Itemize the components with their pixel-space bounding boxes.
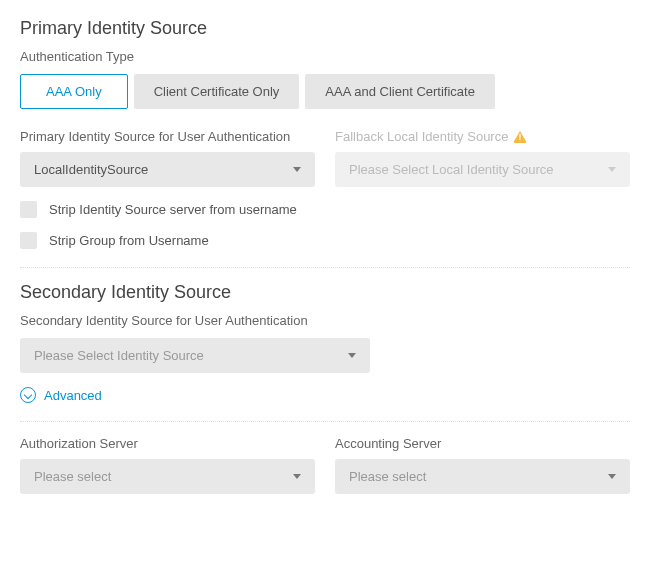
authorization-server-label: Authorization Server [20, 436, 315, 451]
chevron-down-icon [293, 167, 301, 172]
accounting-server-placeholder: Please select [349, 469, 426, 484]
strip-group-label: Strip Group from Username [49, 233, 209, 248]
advanced-label: Advanced [44, 388, 102, 403]
auth-cert-only[interactable]: Client Certificate Only [134, 74, 300, 109]
warning-icon [513, 131, 527, 143]
secondary-source-placeholder: Please Select Identity Source [34, 348, 204, 363]
primary-source-select[interactable]: LocalIdentitySource [20, 152, 315, 187]
chevron-down-icon [293, 474, 301, 479]
chevron-circle-down-icon [20, 387, 36, 403]
divider [20, 267, 630, 268]
fallback-source-label: Fallback Local Identity Source [335, 129, 630, 144]
divider [20, 421, 630, 422]
accounting-server-label: Accounting Server [335, 436, 630, 451]
authorization-server-placeholder: Please select [34, 469, 111, 484]
authorization-server-select[interactable]: Please select [20, 459, 315, 494]
strip-group-checkbox[interactable] [20, 232, 37, 249]
chevron-down-icon [348, 353, 356, 358]
auth-type-toggle: AAA Only Client Certificate Only AAA and… [20, 74, 630, 109]
primary-source-value: LocalIdentitySource [34, 162, 148, 177]
fallback-source-placeholder: Please Select Local Identity Source [349, 162, 554, 177]
auth-aaa-only[interactable]: AAA Only [20, 74, 128, 109]
strip-server-checkbox[interactable] [20, 201, 37, 218]
auth-type-label: Authentication Type [20, 49, 630, 64]
primary-source-label: Primary Identity Source for User Authent… [20, 129, 315, 144]
primary-identity-header: Primary Identity Source [20, 18, 630, 39]
chevron-down-icon [608, 474, 616, 479]
auth-aaa-cert[interactable]: AAA and Client Certificate [305, 74, 495, 109]
secondary-identity-header: Secondary Identity Source [20, 282, 630, 303]
secondary-source-select[interactable]: Please Select Identity Source [20, 338, 370, 373]
accounting-server-select[interactable]: Please select [335, 459, 630, 494]
chevron-down-icon [608, 167, 616, 172]
strip-server-label: Strip Identity Source server from userna… [49, 202, 297, 217]
advanced-expander[interactable]: Advanced [20, 387, 630, 403]
secondary-source-label: Secondary Identity Source for User Authe… [20, 313, 630, 328]
fallback-source-select: Please Select Local Identity Source [335, 152, 630, 187]
